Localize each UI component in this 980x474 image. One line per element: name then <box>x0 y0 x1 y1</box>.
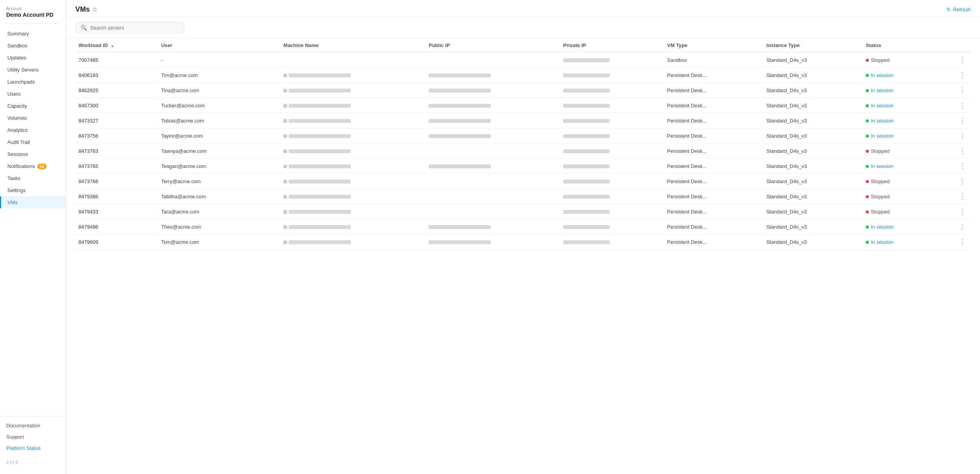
sidebar-item-tasks[interactable]: Tasks <box>0 172 66 184</box>
row-actions-cell: ⋮ <box>954 98 971 113</box>
vm-type-cell: Persistent Desk... <box>664 143 764 159</box>
status-cell: Stopped <box>863 174 954 189</box>
refresh-button[interactable]: ↻ Refresh <box>947 7 971 12</box>
vm-type-cell: Persistent Desk... <box>664 98 764 113</box>
workload-id-cell: 7007485 <box>75 52 158 68</box>
workload-id-cell: 8473766 <box>75 174 158 189</box>
more-actions-button[interactable]: ⋮ <box>957 56 968 63</box>
public-ip-cell <box>425 128 560 143</box>
sidebar-item-audit-trail[interactable]: Audit Trail <box>0 136 66 148</box>
user-cell: Tawnya@acme.com <box>158 143 281 159</box>
account-name: Demo Account PD <box>6 12 59 18</box>
sidebar-item-volumes[interactable]: Volumes <box>0 112 66 124</box>
more-actions-button[interactable]: ⋮ <box>957 193 968 200</box>
table-row: 8479433Tara@acme.com⊞ Persistent Desk...… <box>75 204 971 219</box>
more-actions-button[interactable]: ⋮ <box>957 223 968 230</box>
status-text: Stopped <box>871 209 889 215</box>
sidebar-item-label: Settings <box>7 187 26 193</box>
status-dot <box>866 59 869 62</box>
status-cell: In session <box>863 113 954 128</box>
more-actions-button[interactable]: ⋮ <box>957 178 968 185</box>
main-content: VMs ⧉ ↻ Refresh 🔍 Workload ID ▲ User Mac… <box>66 0 980 474</box>
more-actions-button[interactable]: ⋮ <box>957 208 968 215</box>
more-actions-button[interactable]: ⋮ <box>957 132 968 139</box>
sidebar-item-label: Volumes <box>7 115 27 121</box>
instance-type-cell: Standard_D4s_v3 <box>763 143 863 159</box>
sidebar-item-capacity[interactable]: Capacity <box>0 100 66 112</box>
machine-icon: ⊞ <box>283 209 287 215</box>
more-actions-button[interactable]: ⋮ <box>957 117 968 124</box>
user-cell: Taylor@acme.com <box>158 128 281 143</box>
instance-type-cell: Standard_D4s_v3 <box>763 219 863 234</box>
sidebar-item-label: Updates <box>7 55 26 61</box>
sidebar-item-label: Sandbox <box>7 43 27 49</box>
public-ip-cell <box>425 174 560 189</box>
machine-icon: ⊞ <box>283 88 287 93</box>
machine-name-cell: ⊞ <box>280 204 425 219</box>
sidebar-item-summary[interactable]: Summary <box>0 28 66 40</box>
sidebar-item-label: VMs <box>7 199 17 205</box>
sidebar-footer-support[interactable]: Support <box>0 431 66 443</box>
instance-type-cell: Standard_D4s_v3 <box>763 113 863 128</box>
search-row: 🔍 <box>66 17 980 38</box>
vm-type-cell: Persistent Desk... <box>664 219 764 234</box>
sidebar-footer: DocumentationSupportPlatform Status <box>0 416 66 457</box>
instance-type-cell: Standard_D4s_v3 <box>763 204 863 219</box>
public-ip-cell <box>425 204 560 219</box>
instance-type-cell: Standard_D4s_v3 <box>763 98 863 113</box>
vm-type-cell: Persistent Desk... <box>664 204 764 219</box>
more-actions-button[interactable]: ⋮ <box>957 72 968 79</box>
machine-name-cell: ⊞ <box>280 159 425 174</box>
table-row: 8479609Tom@acme.com⊞ Persistent Desk...S… <box>75 234 971 250</box>
sidebar-item-sessions[interactable]: Sessions <box>0 148 66 160</box>
sidebar-item-analytics[interactable]: Analytics <box>0 124 66 136</box>
sidebar-item-launchpads[interactable]: Launchpads <box>0 76 66 88</box>
status-dot <box>866 210 869 213</box>
page-header: VMs ⧉ ↻ Refresh <box>66 0 980 17</box>
private-ip-cell <box>560 143 664 159</box>
export-icon[interactable]: ⧉ <box>93 6 97 13</box>
machine-icon: ⊞ <box>283 103 287 108</box>
search-input[interactable] <box>90 25 179 31</box>
sidebar-item-label: Analytics <box>7 127 28 133</box>
table-row: 8467300Tucker@acme.com⊞ Persistent Desk.… <box>75 98 971 113</box>
user-cell: - <box>158 52 281 68</box>
user-cell: Tucker@acme.com <box>158 98 281 113</box>
table-row: 8406193Tim@acme.com⊞ Persistent Desk...S… <box>75 68 971 83</box>
status-cell: In session <box>863 234 954 250</box>
instance-type-cell: Standard_D4s_v3 <box>763 159 863 174</box>
sidebar-footer-platform-status[interactable]: Platform Status <box>0 443 66 454</box>
instance-type-cell: Standard_D4s_v3 <box>763 83 863 98</box>
public-ip-cell <box>425 143 560 159</box>
more-actions-button[interactable]: ⋮ <box>957 102 968 109</box>
status-cell: Stopped <box>863 204 954 219</box>
more-actions-button[interactable]: ⋮ <box>957 238 968 245</box>
status-text: In session <box>871 224 894 230</box>
sidebar-footer-documentation[interactable]: Documentation <box>0 420 66 431</box>
user-cell: Tara@acme.com <box>158 204 281 219</box>
more-actions-button[interactable]: ⋮ <box>957 147 968 154</box>
col-workload-id[interactable]: Workload ID ▲ <box>75 38 158 52</box>
public-ip-cell <box>425 83 560 98</box>
sidebar-item-notifications[interactable]: Notifications58 <box>0 160 66 172</box>
sidebar-item-sandbox[interactable]: Sandbox <box>0 40 66 52</box>
sidebar-item-utility-servers[interactable]: Utility Servers <box>0 64 66 76</box>
sidebar-item-vms[interactable]: VMs <box>0 196 66 208</box>
account-label: Account <box>6 6 59 11</box>
sidebar-item-users[interactable]: Users <box>0 88 66 100</box>
status-text: In session <box>871 133 894 139</box>
instance-type-cell: Standard_D4s_v3 <box>763 174 863 189</box>
private-ip-cell <box>560 234 664 250</box>
status-text: In session <box>871 72 894 78</box>
sidebar-item-settings[interactable]: Settings <box>0 184 66 196</box>
workload-id-cell: 8473327 <box>75 113 158 128</box>
user-cell: Teagan@acme.com <box>158 159 281 174</box>
sidebar-item-label: Sessions <box>7 151 28 157</box>
status-cell: In session <box>863 98 954 113</box>
user-cell: Terry@acme.com <box>158 174 281 189</box>
more-actions-button[interactable]: ⋮ <box>957 87 968 94</box>
more-actions-button[interactable]: ⋮ <box>957 163 968 170</box>
workload-id-cell: 8406193 <box>75 68 158 83</box>
vm-type-cell: Persistent Desk... <box>664 159 764 174</box>
sidebar-item-updates[interactable]: Updates <box>0 52 66 64</box>
